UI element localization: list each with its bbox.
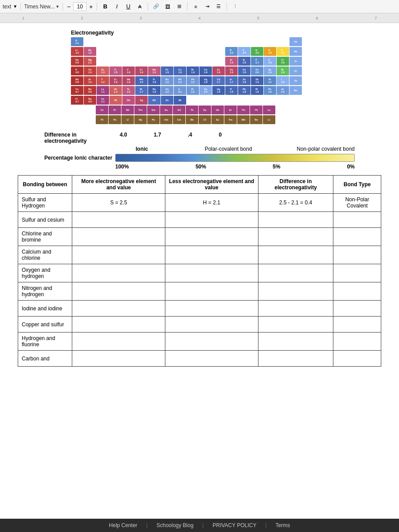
cell-bond-type[interactable]: Non-Polar Covalent [333,194,381,212]
cell-less-en[interactable] [165,228,258,246]
privacy-policy-link[interactable]: PRIVACY POLICY [212,522,256,528]
cell-bond-type[interactable] [333,317,381,332]
pt-sp [148,47,160,56]
pt-sp [238,37,250,46]
cell-less-en[interactable] [165,282,258,301]
indent-button[interactable]: ⇥ [202,2,212,12]
ruler-marks: 1 2 3 4 5 6 7 [4,16,395,20]
pt-Er: Er [224,106,237,114]
image-button[interactable]: 🖼 [163,2,172,12]
pt-Pm: Pm [134,106,147,114]
cell-less-en[interactable] [165,246,258,264]
cell-difference[interactable]: 2.5 - 2.1 = 0.4 [258,194,333,212]
schoology-blog-link[interactable]: Schoology Blog [156,522,193,528]
format-type-arrow[interactable]: ▼ [13,4,17,9]
italic-button[interactable]: I [112,2,121,12]
cell-pair[interactable]: Copper and sulfur [18,317,72,332]
cell-bond-type[interactable] [333,351,381,367]
pt-Sg: Sg [135,96,148,105]
cell-less-en[interactable] [165,317,258,332]
table-row: Hydrogen and fluorine [18,332,381,351]
cell-more-en[interactable] [72,212,165,228]
cell-difference[interactable] [258,301,333,317]
cell-more-en[interactable] [72,282,165,301]
font-size-decrease[interactable]: − [66,3,71,10]
cell-more-en[interactable] [72,228,165,246]
cell-difference[interactable] [258,317,333,332]
cell-bond-type[interactable] [333,301,381,317]
strikethrough-button[interactable]: A [135,2,145,12]
bold-button[interactable]: B [100,2,110,12]
cell-less-en[interactable] [165,351,258,367]
pt-sp [161,57,173,66]
cell-pair[interactable]: Hydrogen and fluorine [18,332,72,351]
pt-row-5: Rb0.8 Sr1.0 Y1.2 Zr1.6 Nb1.6 Mo1.8 Tc1.9… [71,76,328,85]
cell-difference[interactable] [258,264,333,282]
cell-more-en[interactable] [72,351,165,367]
cell-pair[interactable]: Iodine and iodine [18,301,72,317]
percent-100: 100% [115,164,129,170]
pt-Ge: Ge1.8 [238,66,250,75]
cell-bond-type[interactable] [333,212,381,228]
cell-pair[interactable]: Sulfur and cesium [18,212,72,228]
pt-U: U [121,115,134,124]
cell-pair[interactable]: Chlorine and bromine [18,228,72,246]
cell-less-en[interactable] [165,264,258,282]
cell-difference[interactable] [258,351,333,367]
list-button[interactable]: ☰ [214,2,223,12]
pt-He: He [289,37,302,46]
cell-pair[interactable]: Calcium and chlorine [18,246,72,264]
font-size-input[interactable] [73,2,86,11]
cell-pair[interactable]: Carbon and [18,351,72,367]
cell-difference[interactable] [258,212,333,228]
align-left-button[interactable]: ≡ [191,2,200,12]
pt-V: V1.6 [122,66,135,75]
cell-difference[interactable] [258,332,333,351]
font-name-dropdown[interactable]: Times New... ▼ [24,4,59,10]
pt-Hs: Hs [161,96,173,105]
cell-more-en[interactable] [72,264,165,282]
pt-sp [161,47,173,56]
electronegativity-title: Electronegativity [71,30,328,36]
cell-bond-type[interactable] [333,228,381,246]
cell-pair[interactable]: Sulfur and Hydrogen [18,194,72,212]
pt-Cr: Cr1.6 [135,66,148,75]
underline-button[interactable]: U [123,2,133,12]
link-button[interactable]: 🔗 [151,2,161,12]
pt-Rf: Rf [110,96,122,105]
cell-bond-type[interactable] [333,282,381,301]
cell-more-en[interactable] [72,246,165,264]
pt-sp [97,57,109,66]
more-button[interactable]: ⋮ [230,2,240,12]
cell-less-en[interactable] [165,212,258,228]
cell-pair[interactable]: Nitrogen and hydrogen [18,282,72,301]
cell-bond-type[interactable] [333,332,381,351]
pt-Sb: Sb1.9 [251,76,263,85]
pt-sp [148,57,160,66]
cell-difference[interactable] [258,246,333,264]
pt-Ta: Ta1.5 [122,86,135,95]
cell-less-en[interactable]: H = 2.1 [165,194,258,212]
separator-5 [187,3,188,11]
cell-more-en[interactable] [72,317,165,332]
cell-more-en[interactable] [72,301,165,317]
pt-Pb: Pb1.8 [238,86,250,95]
font-size-increase[interactable]: + [88,3,94,10]
cell-more-en[interactable] [72,332,165,351]
table-row: Copper and sulfur [18,317,381,332]
pt-sp [200,47,212,56]
cell-bond-type[interactable] [333,246,381,264]
cell-difference[interactable] [258,282,333,301]
cell-difference[interactable] [258,228,333,246]
diff-val-04: .4 [188,132,192,138]
cell-less-en[interactable] [165,301,258,317]
pt-N: N3.0 [251,47,263,56]
table-button[interactable]: ⊞ [174,2,184,12]
help-center-link[interactable]: Help Center [109,522,137,528]
pt-Pt: Pt2.2 [187,86,199,95]
cell-more-en[interactable]: S = 2.5 [72,194,165,212]
terms-link[interactable]: Terms [276,522,290,528]
cell-less-en[interactable] [165,332,258,351]
cell-bond-type[interactable] [333,264,381,282]
cell-pair[interactable]: Oxygen and hydrogen [18,264,72,282]
